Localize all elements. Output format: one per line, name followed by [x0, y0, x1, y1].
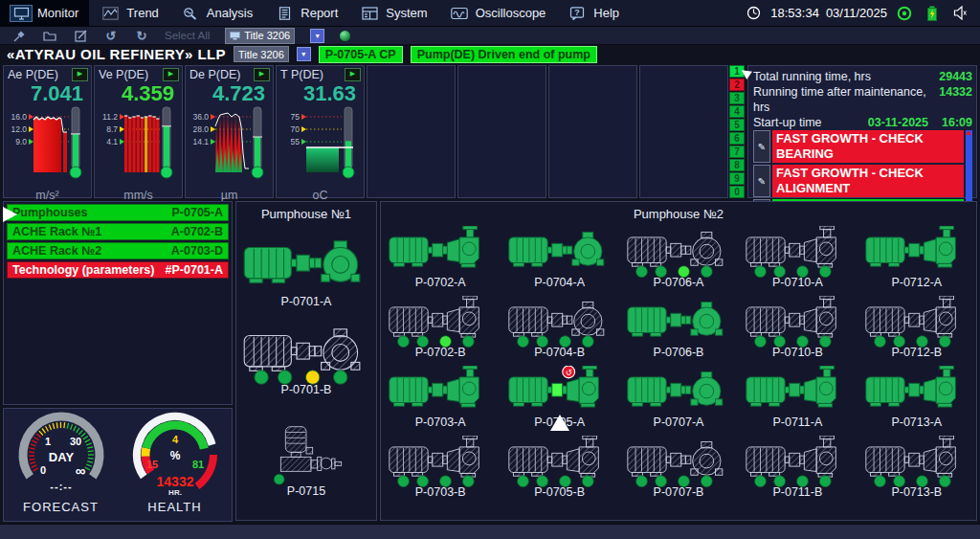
- nav-item-technology-parameters-[interactable]: Technology (parameters)#P-0701-A: [7, 261, 229, 279]
- pump-label: P-0706-A: [619, 276, 738, 289]
- menu-tab-report[interactable]: Report: [263, 0, 348, 26]
- pump-p-0711-b[interactable]: P-0711-B: [738, 436, 857, 499]
- health-dial: 4%158114332HR.: [120, 409, 231, 503]
- menu-tab-monitor[interactable]: Monitor: [0, 0, 89, 26]
- view-combo[interactable]: Title 3206: [225, 28, 295, 44]
- pin-icon[interactable]: [11, 29, 27, 43]
- channel-cell-8[interactable]: 8: [729, 159, 745, 171]
- gauge-expand-button[interactable]: ▶: [254, 68, 270, 81]
- svg-text:0: 0: [39, 464, 45, 476]
- svg-text:15: 15: [145, 459, 157, 470]
- pump-icon: [388, 296, 493, 348]
- oscilloscope-icon: [449, 6, 470, 21]
- pump-icon: [864, 226, 969, 279]
- gauge-label: De P(DE): [189, 68, 240, 81]
- pump-p-0713-a[interactable]: P-0713-A: [858, 366, 976, 429]
- pump-label: P-0711-A: [738, 415, 857, 429]
- pump-label: P-0710-B: [738, 346, 857, 359]
- gauge-expand-button[interactable]: ▶: [345, 68, 361, 81]
- title-combo-dropdown-button[interactable]: ▼: [297, 47, 311, 61]
- gauge-t-pde[interactable]: T P(DE)▶31.63757055oC: [276, 65, 365, 198]
- nav-item-name: ACHE Rack №1: [12, 225, 101, 238]
- dial-panel: 130DAY0∞--:-- FORECAST 4%158114332HR. HE…: [3, 408, 233, 522]
- pump-p-0706-a[interactable]: P-0706-A: [619, 226, 738, 289]
- gauge-ae-pde[interactable]: Ae P(DE)▶7.04116.012.09.0m/s²: [3, 65, 92, 198]
- pump-p-0703-a[interactable]: P-0703-A: [381, 366, 500, 429]
- channel-cell-5[interactable]: 5: [729, 119, 745, 131]
- channel-cell-4[interactable]: 4: [729, 105, 745, 118]
- channel-cell-2[interactable]: 2: [729, 79, 745, 91]
- undo-icon[interactable]: ↺: [103, 29, 119, 43]
- channel-cell-7[interactable]: 7: [729, 146, 745, 158]
- gauge-expand-button[interactable]: ▶: [72, 68, 88, 81]
- svg-text:%: %: [169, 449, 180, 462]
- forecast-label: FORECAST: [23, 500, 99, 514]
- pump-icon: [745, 366, 850, 418]
- redo-icon[interactable]: ↻: [134, 29, 149, 43]
- record-icon: [894, 6, 915, 21]
- title-combo[interactable]: Title 3206: [234, 46, 289, 62]
- alert-row[interactable]: ✎FAST GROWTH - CHECK ALIGNMENT: [753, 165, 964, 197]
- speaker-icon[interactable]: [949, 6, 970, 21]
- report-icon: [274, 6, 295, 21]
- pump-p-0710-b[interactable]: P-0710-B: [738, 296, 857, 359]
- pump-p-0703-b[interactable]: P-0703-B: [381, 436, 500, 499]
- pump-p-0704-b[interactable]: P-0704-B: [500, 296, 618, 359]
- pump-label: P-0704-B: [500, 346, 618, 359]
- pump-label: P-0703-A: [381, 415, 500, 429]
- menu-tab-oscilloscope[interactable]: Oscilloscope: [438, 0, 557, 26]
- menu-tab-analysis[interactable]: Analysis: [169, 0, 263, 26]
- pump-label: P-0712-B: [858, 346, 976, 359]
- alert-row[interactable]: ✎FAST GROWTH - CHECK BEARING: [753, 130, 964, 163]
- pump-p-0701-b[interactable]: P-0701-B: [236, 322, 376, 396]
- svg-text:↺: ↺: [565, 369, 571, 377]
- channel-cell-3[interactable]: 3: [729, 92, 745, 104]
- pump-p-0702-a[interactable]: P-0702-A: [381, 226, 500, 289]
- pump-p-0707-b[interactable]: P-0707-B: [619, 436, 738, 499]
- pump-icon: [507, 436, 612, 488]
- pump-p-0715[interactable]: P-0715: [236, 425, 376, 498]
- svg-text:?: ?: [575, 8, 581, 17]
- menu-tab-system[interactable]: System: [348, 0, 437, 26]
- pump-p-0712-a[interactable]: P-0712-A: [858, 226, 976, 289]
- gauge-expand-button[interactable]: ▶: [163, 68, 179, 81]
- menu-tab-label: Analysis: [207, 6, 253, 20]
- menu-tab-trend[interactable]: Trend: [89, 0, 168, 26]
- svg-text:9.0: 9.0: [15, 137, 27, 146]
- pump-label: P-0713-A: [858, 415, 976, 429]
- info-value: 03-11-2025: [868, 115, 928, 130]
- pump-p-0710-a[interactable]: P-0710-A: [738, 226, 857, 289]
- nav-item-ache-rack-1[interactable]: ACHE Rack №1A-0702-B: [7, 223, 229, 240]
- pump-p-0704-a[interactable]: P-0704-A: [500, 226, 618, 289]
- view-combo-dropdown-button[interactable]: ▼: [310, 29, 324, 43]
- channel-cell-6[interactable]: 6: [729, 132, 745, 145]
- menu-tab-help[interactable]: ?Help: [556, 0, 630, 26]
- empty-gauge-slot: [457, 65, 546, 198]
- pump-label: P-0702-B: [381, 346, 500, 359]
- gauge-value: 4.723: [186, 82, 273, 105]
- nav-item-pumphouses[interactable]: PumphousesP-0705-A: [7, 204, 229, 221]
- pumphouse-1-title: Pumphouse №1: [236, 202, 376, 222]
- pump-p-0711-a[interactable]: P-0711-A: [738, 366, 857, 429]
- select-all-label[interactable]: Select All: [165, 30, 210, 41]
- gauge-label: T P(DE): [280, 68, 323, 81]
- pumphouse-2-panel: Pumphouse №2 P-0702-AP-0704-AP-0706-AP-0…: [380, 201, 977, 521]
- pump-p-0713-b[interactable]: P-0713-B: [858, 436, 976, 499]
- gauge-value: 4.359: [95, 82, 182, 105]
- edit-icon[interactable]: [73, 29, 88, 43]
- pump-p-0712-b[interactable]: P-0712-B: [858, 296, 976, 359]
- channel-cell-9[interactable]: 9: [729, 172, 745, 185]
- pump-p-0701-a[interactable]: P-0701-A: [236, 234, 376, 308]
- gauge-de-pde[interactable]: De P(DE)▶4.72336.028.014.1µm: [185, 65, 274, 198]
- folder-icon[interactable]: [42, 29, 57, 43]
- pump-icon: [626, 436, 731, 488]
- gauge-chart: 16.012.09.0: [4, 105, 93, 186]
- gauge-ve-pde[interactable]: Ve P(DE)▶4.35911.28.74.1mm/s: [94, 65, 183, 198]
- pump-p-0702-b[interactable]: P-0702-B: [381, 296, 500, 359]
- pump-p-0705-a[interactable]: ↺P-0705-A: [500, 366, 618, 429]
- channel-cell-0[interactable]: 0: [729, 186, 745, 198]
- pump-p-0707-a[interactable]: P-0707-A: [619, 366, 738, 429]
- pump-p-0705-b[interactable]: P-0705-B: [500, 436, 618, 499]
- pump-p-0706-b[interactable]: P-0706-B: [619, 296, 738, 359]
- nav-item-ache-rack-2[interactable]: ACHE Rack №2A-0703-D: [7, 242, 229, 259]
